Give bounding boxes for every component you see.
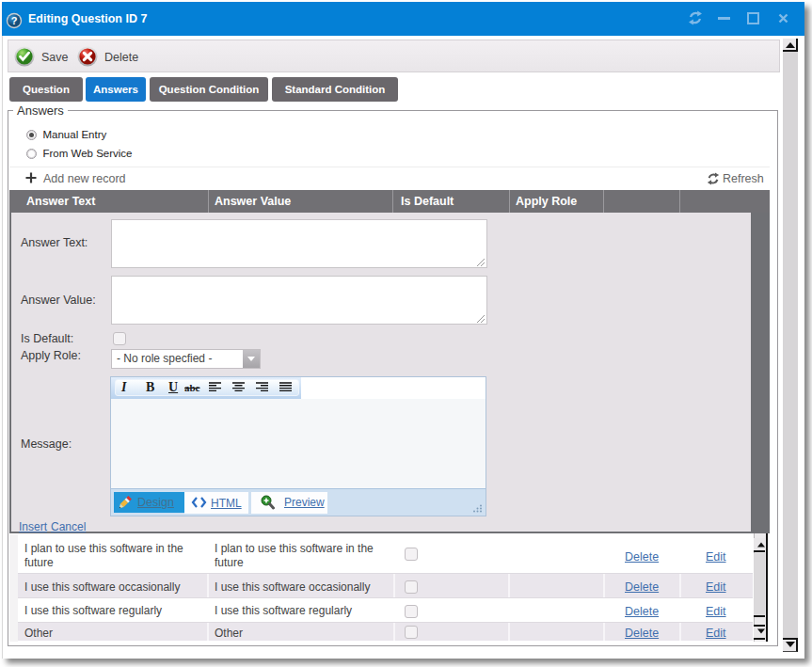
svg-text:?: ? [11, 15, 18, 26]
